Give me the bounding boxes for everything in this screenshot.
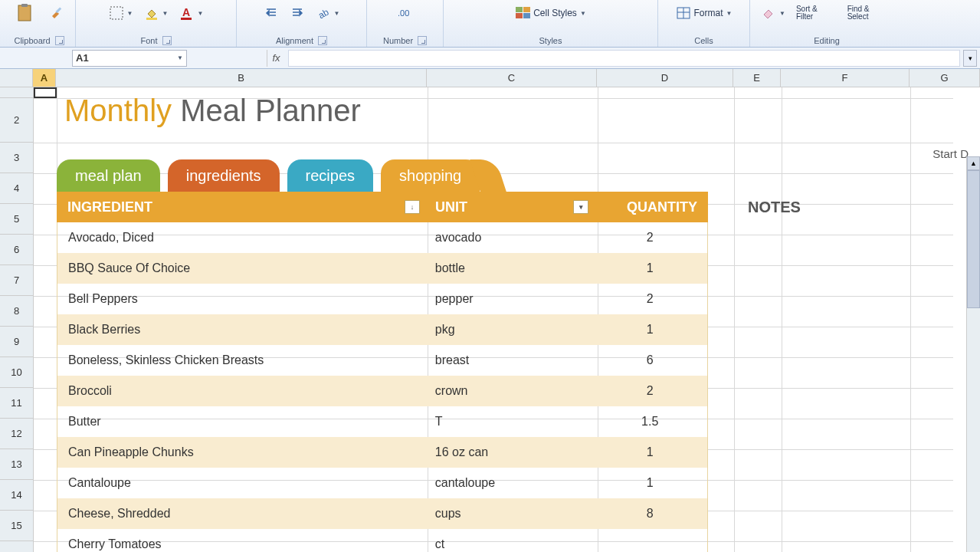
find-select-button[interactable]: Find & Select	[844, 4, 896, 22]
cell-unit[interactable]: ct	[424, 537, 593, 551]
formula-input[interactable]	[288, 50, 960, 67]
table-row[interactable]: Black Berriespkg1	[57, 314, 708, 345]
cell-ingredient[interactable]: Black Berries	[57, 323, 424, 337]
cell-quantity[interactable]: 1	[592, 445, 707, 459]
indent-decrease-button[interactable]	[261, 4, 282, 22]
row-header-4[interactable]: 4	[0, 173, 34, 204]
formula-expand-button[interactable]: ▾	[963, 50, 977, 67]
vertical-scrollbar[interactable]: ▲	[966, 156, 980, 552]
table-row[interactable]: Cherry Tomatoesct	[57, 529, 708, 552]
row-header-1[interactable]	[0, 87, 34, 98]
column-header-f[interactable]: F	[781, 69, 910, 87]
fx-button[interactable]: fx	[267, 50, 285, 67]
scroll-up-button[interactable]: ▲	[967, 156, 980, 170]
number-dialog-launcher[interactable]	[418, 36, 427, 45]
cell-unit[interactable]: breast	[424, 353, 593, 367]
filter-button-unit[interactable]: ▾	[573, 200, 588, 214]
cell-ingredient[interactable]: Can Pineapple Chunks	[57, 445, 424, 459]
table-row[interactable]: Cantaloupecantaloupe1	[57, 468, 708, 498]
table-row[interactable]: Broccolicrown2	[57, 376, 708, 406]
cell-ingredient[interactable]: Broccoli	[57, 384, 424, 398]
cell-quantity[interactable]: 1	[592, 323, 707, 337]
tab-ingredients[interactable]: ingredients	[168, 159, 280, 192]
table-row[interactable]: ButterT1.5	[57, 406, 708, 437]
cell-unit[interactable]: T	[424, 415, 593, 429]
cell-quantity[interactable]: 8	[592, 507, 707, 521]
border-button[interactable]: ▼	[106, 4, 136, 22]
sheet-content[interactable]: Monthly Meal Planner Start D meal planin…	[34, 87, 953, 552]
cell-ingredient[interactable]: Cantaloupe	[57, 476, 424, 490]
row-header-5[interactable]: 5	[0, 204, 34, 235]
row-header-6[interactable]: 6	[0, 235, 34, 265]
row-header-10[interactable]: 10	[0, 357, 34, 388]
cell-unit[interactable]: pkg	[424, 323, 593, 337]
select-all-corner[interactable]	[0, 69, 33, 87]
format-button[interactable]: Format ▼	[673, 4, 736, 22]
cell-quantity[interactable]: 2	[592, 231, 707, 245]
row-header-15[interactable]: 15	[0, 511, 34, 541]
column-header-e[interactable]: E	[733, 69, 781, 87]
clear-button[interactable]: ▼	[758, 4, 788, 22]
cell-quantity[interactable]: 1.5	[592, 415, 707, 429]
clipboard-dialog-launcher[interactable]	[55, 36, 64, 45]
tab-recipes[interactable]: recipes	[287, 159, 373, 192]
paste-button[interactable]	[11, 2, 41, 25]
cell-quantity[interactable]: 2	[592, 384, 707, 398]
decimal-increase-button[interactable]: .00	[395, 4, 416, 22]
cell-ingredient[interactable]: Butter	[57, 415, 424, 429]
table-row[interactable]: Cheese, Shreddedcups8	[57, 498, 708, 529]
cell-unit[interactable]: bottle	[424, 261, 593, 275]
cell-unit[interactable]: crown	[424, 384, 593, 398]
table-row[interactable]: Can Pineapple Chunks16 oz can1	[57, 437, 708, 468]
alignment-dialog-launcher[interactable]	[318, 36, 327, 45]
cell-quantity[interactable]: 1	[592, 261, 707, 275]
cell-quantity[interactable]: 1	[592, 476, 707, 490]
column-header-d[interactable]: D	[597, 69, 733, 87]
row-header-2[interactable]: 2	[0, 98, 34, 143]
cell-ingredient[interactable]: Bell Peppers	[57, 292, 424, 306]
cell-styles-button[interactable]: Cell Styles ▼	[512, 4, 589, 22]
cell-quantity[interactable]: 2	[592, 292, 707, 306]
column-header-a[interactable]: A	[33, 69, 56, 87]
row-header-3[interactable]: 3	[0, 143, 34, 173]
row-header-11[interactable]: 11	[0, 388, 34, 419]
row-header-7[interactable]: 7	[0, 265, 34, 296]
tab-mealplan[interactable]: meal plan	[57, 159, 160, 192]
name-box[interactable]: ▼	[72, 50, 187, 67]
cell-unit[interactable]: 16 oz can	[424, 445, 593, 459]
cell-quantity[interactable]: 6	[592, 353, 707, 367]
cell-ingredient[interactable]: Avocado, Diced	[57, 231, 424, 245]
cell-ingredient[interactable]: BBQ Sauce Of Choice	[57, 261, 424, 275]
column-header-c[interactable]: C	[427, 69, 597, 87]
cell-ingredient[interactable]: Boneless, Skinless Chicken Breasts	[57, 353, 424, 367]
tab-shopping[interactable]: shopping	[381, 159, 480, 192]
column-header-g[interactable]: G	[910, 69, 980, 87]
indent-increase-button[interactable]	[287, 4, 308, 22]
cell-unit[interactable]: cantaloupe	[424, 476, 593, 490]
column-header-b[interactable]: B	[56, 69, 427, 87]
fill-color-button[interactable]: ▼	[141, 4, 172, 22]
format-painter-button[interactable]	[46, 4, 67, 22]
row-header-12[interactable]: 12	[0, 419, 34, 449]
cell-unit[interactable]: avocado	[424, 231, 593, 245]
sort-filter-button[interactable]: Sort & Filter	[793, 4, 840, 22]
cell-ingredient[interactable]: Cheese, Shredded	[57, 507, 424, 521]
table-row[interactable]: Bell Pepperspepper2	[57, 284, 708, 314]
table-row[interactable]: Boneless, Skinless Chicken Breastsbreast…	[57, 345, 708, 376]
table-row[interactable]: Avocado, Dicedavocado2	[57, 222, 708, 253]
row-header-8[interactable]: 8	[0, 296, 34, 327]
row-header-13[interactable]: 13	[0, 449, 34, 480]
font-color-button[interactable]: A ▼	[175, 4, 206, 22]
scroll-thumb[interactable]	[967, 170, 980, 308]
row-header-16[interactable]: 16	[0, 541, 34, 552]
cell-unit[interactable]: cups	[424, 507, 593, 521]
table-row[interactable]: BBQ Sauce Of Choicebottle1	[57, 253, 708, 284]
cell-unit[interactable]: pepper	[424, 292, 593, 306]
row-header-9[interactable]: 9	[0, 327, 34, 357]
cell-ingredient[interactable]: Cherry Tomatoes	[57, 537, 424, 551]
chevron-down-icon[interactable]: ▼	[177, 54, 183, 61]
name-box-input[interactable]	[76, 52, 152, 64]
orientation-button[interactable]: ab ▼	[313, 4, 343, 22]
filter-button-ingredient[interactable]: ↓	[405, 200, 420, 214]
row-header-14[interactable]: 14	[0, 480, 34, 511]
